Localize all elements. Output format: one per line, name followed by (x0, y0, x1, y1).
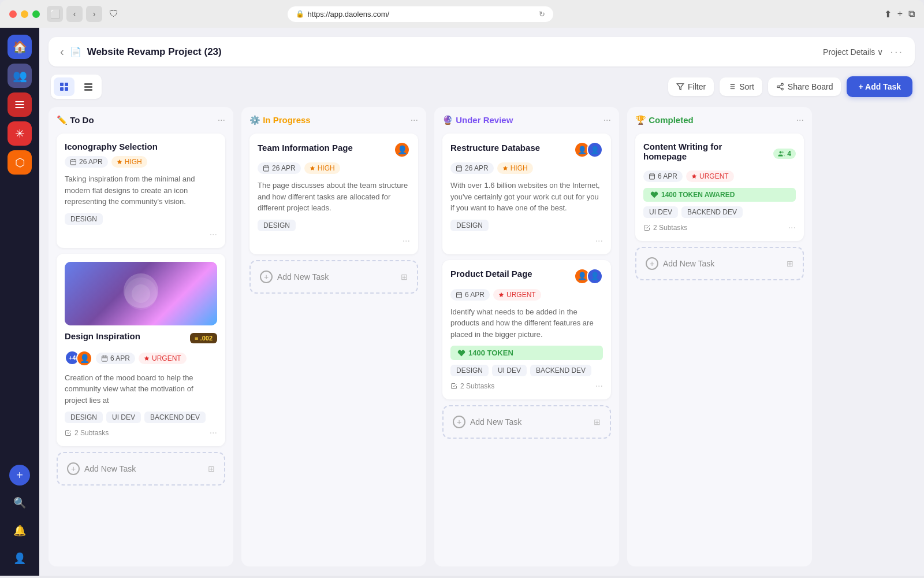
project-details-button[interactable]: Project Details ∨ (823, 47, 883, 57)
add-task-underreview[interactable]: + Add New Task ⊞ (442, 405, 611, 439)
column-completed-title: 🏆 Completed (635, 115, 694, 125)
avatar: 👤 (587, 268, 603, 284)
add-task-label: Add New Task (84, 464, 136, 473)
search-icon[interactable]: 🔍 (9, 492, 30, 513)
svg-marker-48 (499, 292, 504, 297)
column-inprogress-title: ⚙️ In Progress (249, 115, 311, 125)
add-task-todo[interactable]: + Add New Task ⊞ (57, 452, 225, 486)
share-board-button[interactable]: Share Board (768, 77, 841, 96)
column-todo-title: ✏️ To Do (57, 115, 94, 125)
subtask-count: 2 Subtasks (450, 382, 494, 390)
minimize-button[interactable] (21, 10, 28, 18)
avatar: 👤 (394, 142, 410, 158)
list-view-button[interactable] (78, 77, 99, 96)
add-task-icon: + (646, 257, 658, 270)
svg-rect-29 (102, 356, 107, 361)
sidebar-item-team[interactable]: 👥 (8, 64, 32, 88)
avatar: 👤 (587, 142, 603, 158)
sort-button[interactable]: Sort (720, 77, 762, 96)
card-title: Product Detail Page (450, 269, 532, 279)
date-badge: 26 APR (450, 162, 494, 174)
forward-nav-button[interactable]: › (86, 6, 102, 22)
svg-rect-5 (60, 87, 64, 91)
card-menu[interactable]: ··· (403, 236, 410, 246)
tab-icon[interactable]: ⬜ (47, 6, 63, 22)
card-menu[interactable]: ··· (595, 381, 603, 391)
svg-marker-43 (503, 166, 508, 171)
add-task-label: Add New Task (470, 417, 521, 427)
notification-icon[interactable]: 🔔 (9, 520, 30, 541)
svg-rect-44 (457, 292, 462, 298)
avatar-group: +4 👤 (65, 350, 92, 366)
column-inprogress-menu[interactable]: ··· (411, 115, 418, 125)
close-button[interactable] (9, 10, 17, 18)
filter-button[interactable]: Filter (668, 77, 714, 96)
user-avatar[interactable]: 👤 (9, 548, 30, 569)
card-product-detail: Product Detail Page 👤 👤 6 APR (442, 260, 611, 400)
card-title: Team Information Page (258, 143, 353, 153)
svg-rect-34 (264, 166, 269, 171)
maximize-button[interactable] (32, 10, 40, 18)
token-badge: 1400 TOKEN (450, 346, 603, 360)
sidebar-item-orange[interactable]: ⬡ (8, 150, 32, 175)
tabs-overview-button[interactable]: ⧉ (908, 9, 915, 20)
sidebar-item-stack[interactable] (8, 92, 32, 117)
card-tag: UI DEV (643, 206, 678, 218)
add-icon[interactable]: + (9, 465, 30, 486)
grid-icon: ⊞ (401, 272, 408, 281)
svg-marker-54 (692, 174, 696, 179)
add-task-completed[interactable]: + Add New Task ⊞ (635, 247, 804, 280)
back-nav-button[interactable]: ‹ (66, 6, 83, 22)
url-text: https://app.daolens.com/ (308, 10, 390, 18)
date-badge: 26 APR (258, 162, 301, 174)
add-task-inprogress[interactable]: + Add New Task ⊞ (249, 260, 418, 294)
back-button[interactable]: ‹ (60, 45, 64, 58)
column-underreview-menu[interactable]: ··· (603, 115, 611, 125)
priority-badge: URGENT (139, 353, 187, 364)
header-more-button[interactable]: ··· (890, 45, 903, 58)
card-title: Design Inspiration (65, 331, 140, 341)
avatar-group: 👤 👤 (574, 142, 603, 158)
address-bar[interactable]: 🔒 https://app.daolens.com/ ↻ (288, 6, 553, 22)
card-menu[interactable]: ··· (210, 229, 217, 240)
svg-marker-26 (117, 160, 122, 164)
browser-nav: ⬜ ‹ › (47, 6, 102, 22)
sidebar: 🏠 👥 ✳ ⬡ + 🔍 🔔 👤 (0, 28, 39, 576)
card-menu[interactable]: ··· (788, 223, 796, 233)
card-menu[interactable]: ··· (210, 428, 217, 438)
token-badge-awarded: 1400 TOKEN AWARED (643, 188, 796, 202)
browser-actions: ⬆ + ⧉ (884, 9, 915, 20)
share-browser-button[interactable]: ⬆ (884, 9, 892, 20)
card-tag: DESIGN (258, 220, 296, 231)
nft-badge: ≡ .002 (190, 333, 217, 343)
card-content-writing: Content Writing for homepage 4 6 APR (635, 134, 804, 241)
svg-marker-33 (144, 355, 149, 360)
add-task-toolbar-button[interactable]: + Add Task (847, 76, 912, 97)
priority-badge: HIGH (111, 156, 147, 168)
card-title: Restructure Database (450, 143, 540, 153)
page-title: Website Revamp Project (23) (87, 46, 222, 58)
new-tab-button[interactable]: + (897, 9, 903, 20)
card-description: The page discusses about the team struct… (258, 180, 410, 214)
card-description: With over 1.6 billion websites on the In… (450, 180, 603, 214)
grid-view-button[interactable] (54, 77, 74, 96)
sidebar-item-star[interactable]: ✳ (8, 121, 32, 146)
column-completed-menu[interactable]: ··· (796, 115, 804, 125)
grid-icon: ⊞ (594, 417, 601, 427)
svg-rect-9 (84, 89, 92, 91)
column-completed: 🏆 Completed ··· Content Writing for home… (627, 107, 812, 566)
shield-icon: 🛡 (109, 9, 118, 19)
card-menu[interactable]: ··· (595, 236, 603, 246)
card-tag: BACKEND DEV (530, 365, 591, 376)
reload-icon[interactable]: ↻ (539, 10, 545, 18)
avatar: 👤 (76, 350, 92, 366)
svg-point-49 (780, 151, 782, 154)
card-tag: DESIGN (450, 220, 489, 231)
sidebar-item-home[interactable]: 🏠 (8, 35, 32, 59)
svg-line-21 (779, 85, 781, 86)
card-description: Creation of the mood board to help the c… (65, 372, 217, 406)
card-team-info-page: Team Information Page 👤 26 APR HIGH (249, 134, 418, 254)
svg-point-28 (132, 284, 150, 303)
card-tag: BACKEND DEV (144, 412, 206, 423)
column-todo-menu[interactable]: ··· (218, 115, 225, 125)
